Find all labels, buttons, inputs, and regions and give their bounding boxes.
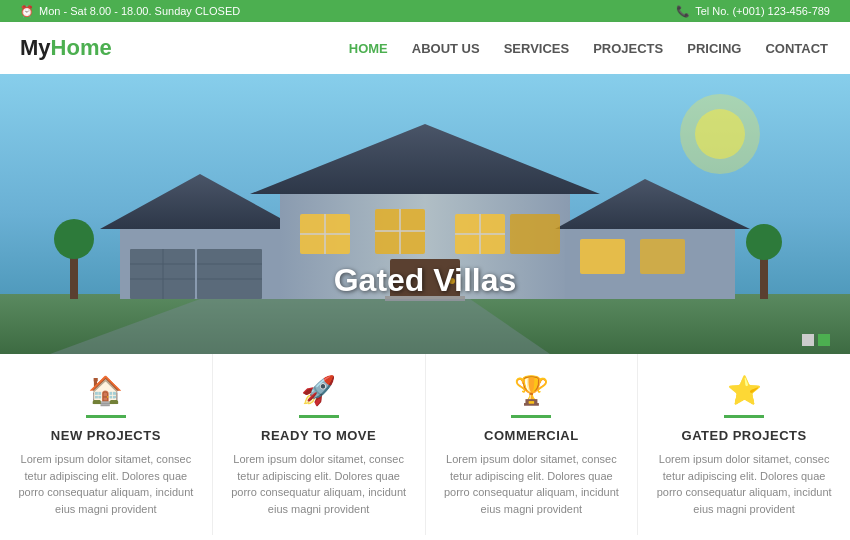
svg-point-2 (695, 109, 745, 159)
logo-home: Home (51, 35, 112, 60)
business-hours: Mon - Sat 8.00 - 18.00. Sunday CLOSED (39, 5, 240, 17)
new-projects-divider (86, 415, 126, 418)
gated-projects-text: Lorem ipsum dolor sitamet, consec tetur … (656, 451, 832, 517)
hero-section: Gated Villas (0, 74, 850, 354)
nav-pricing[interactable]: PRICING (685, 36, 743, 61)
main-nav: HOME ABOUT US SERVICES PROJECTS PRICING … (347, 36, 830, 61)
svg-rect-28 (640, 239, 685, 274)
new-projects-icon: 🏠 (18, 374, 194, 407)
svg-point-34 (54, 219, 94, 259)
card-commercial: 🏆 COMMERCIAL Lorem ipsum dolor sitamet, … (426, 354, 639, 535)
nav-home[interactable]: HOME (347, 36, 390, 61)
new-projects-title: NEW PROJECTS (18, 428, 194, 443)
commercial-divider (511, 415, 551, 418)
ready-to-move-text: Lorem ipsum dolor sitamet, consec tetur … (231, 451, 407, 517)
svg-point-36 (746, 224, 782, 260)
card-gated-projects: ⭐ GATED PROJECTS Lorem ipsum dolor sitam… (638, 354, 850, 535)
nav-about[interactable]: ABOUT US (410, 36, 482, 61)
hero-title: Gated Villas (334, 262, 517, 299)
card-ready-to-move: 🚀 READY TO MOVE Lorem ipsum dolor sitame… (213, 354, 426, 535)
card-new-projects: 🏠 NEW PROJECTS Lorem ipsum dolor sitamet… (0, 354, 213, 535)
nav-services[interactable]: SERVICES (502, 36, 572, 61)
nav-contact[interactable]: CONTACT (763, 36, 830, 61)
hero-dots (802, 334, 830, 346)
nav-projects[interactable]: PROJECTS (591, 36, 665, 61)
phone-number: Tel No. (+001) 123-456-789 (695, 5, 830, 17)
commercial-text: Lorem ipsum dolor sitamet, consec tetur … (444, 451, 620, 517)
phone-icon: 📞 (676, 5, 690, 18)
gated-projects-icon: ⭐ (656, 374, 832, 407)
topbar-hours-section: ⏰ Mon - Sat 8.00 - 18.00. Sunday CLOSED (20, 5, 240, 18)
svg-rect-20 (510, 214, 560, 254)
hero-dot-inactive[interactable] (802, 334, 814, 346)
ready-to-move-title: READY TO MOVE (231, 428, 407, 443)
logo[interactable]: MyHome (20, 35, 112, 61)
commercial-title: COMMERCIAL (444, 428, 620, 443)
logo-my: My (20, 35, 51, 60)
clock-icon: ⏰ (20, 5, 34, 18)
feature-cards: 🏠 NEW PROJECTS Lorem ipsum dolor sitamet… (0, 354, 850, 535)
svg-rect-27 (580, 239, 625, 274)
ready-to-move-divider (299, 415, 339, 418)
header: MyHome HOME ABOUT US SERVICES PROJECTS P… (0, 22, 850, 74)
ready-to-move-icon: 🚀 (231, 374, 407, 407)
hero-house-illustration (0, 74, 850, 354)
gated-projects-divider (724, 415, 764, 418)
topbar-phone-section: 📞 Tel No. (+001) 123-456-789 (676, 5, 830, 18)
svg-rect-11 (197, 249, 262, 299)
gated-projects-title: GATED PROJECTS (656, 428, 832, 443)
commercial-icon: 🏆 (444, 374, 620, 407)
new-projects-text: Lorem ipsum dolor sitamet, consec tetur … (18, 451, 194, 517)
topbar: ⏰ Mon - Sat 8.00 - 18.00. Sunday CLOSED … (0, 0, 850, 22)
hero-dot-active[interactable] (818, 334, 830, 346)
svg-rect-35 (760, 254, 768, 299)
